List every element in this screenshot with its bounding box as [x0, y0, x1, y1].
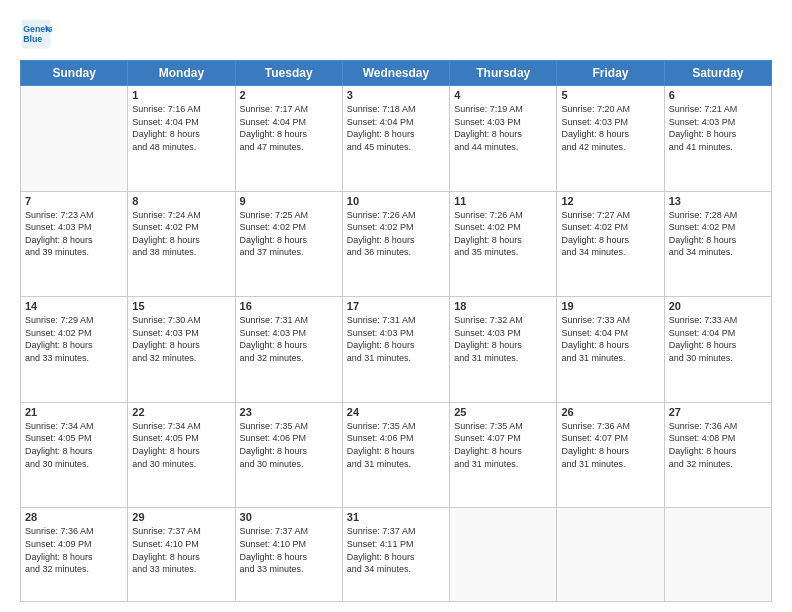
weekday-header: Tuesday — [235, 61, 342, 86]
calendar-cell: 23Sunrise: 7:35 AM Sunset: 4:06 PM Dayli… — [235, 402, 342, 508]
day-number: 23 — [240, 406, 338, 418]
calendar-cell: 10Sunrise: 7:26 AM Sunset: 4:02 PM Dayli… — [342, 191, 449, 297]
day-info: Sunrise: 7:36 AM Sunset: 4:08 PM Dayligh… — [669, 420, 767, 470]
logo-icon: General Blue — [20, 18, 52, 50]
calendar-cell: 2Sunrise: 7:17 AM Sunset: 4:04 PM Daylig… — [235, 86, 342, 192]
logo: General Blue — [20, 18, 56, 50]
day-info: Sunrise: 7:34 AM Sunset: 4:05 PM Dayligh… — [25, 420, 123, 470]
weekday-header: Saturday — [664, 61, 771, 86]
calendar: SundayMondayTuesdayWednesdayThursdayFrid… — [20, 60, 772, 602]
day-number: 31 — [347, 511, 445, 523]
calendar-cell: 27Sunrise: 7:36 AM Sunset: 4:08 PM Dayli… — [664, 402, 771, 508]
day-number: 8 — [132, 195, 230, 207]
calendar-cell: 22Sunrise: 7:34 AM Sunset: 4:05 PM Dayli… — [128, 402, 235, 508]
day-info: Sunrise: 7:23 AM Sunset: 4:03 PM Dayligh… — [25, 209, 123, 259]
week-row: 28Sunrise: 7:36 AM Sunset: 4:09 PM Dayli… — [21, 508, 772, 602]
day-number: 11 — [454, 195, 552, 207]
calendar-cell: 20Sunrise: 7:33 AM Sunset: 4:04 PM Dayli… — [664, 297, 771, 403]
weekday-header: Sunday — [21, 61, 128, 86]
week-row: 21Sunrise: 7:34 AM Sunset: 4:05 PM Dayli… — [21, 402, 772, 508]
day-number: 5 — [561, 89, 659, 101]
day-number: 14 — [25, 300, 123, 312]
calendar-cell: 16Sunrise: 7:31 AM Sunset: 4:03 PM Dayli… — [235, 297, 342, 403]
day-number: 12 — [561, 195, 659, 207]
day-info: Sunrise: 7:34 AM Sunset: 4:05 PM Dayligh… — [132, 420, 230, 470]
weekday-header: Wednesday — [342, 61, 449, 86]
calendar-cell: 7Sunrise: 7:23 AM Sunset: 4:03 PM Daylig… — [21, 191, 128, 297]
calendar-cell: 5Sunrise: 7:20 AM Sunset: 4:03 PM Daylig… — [557, 86, 664, 192]
day-info: Sunrise: 7:35 AM Sunset: 4:06 PM Dayligh… — [347, 420, 445, 470]
day-number: 21 — [25, 406, 123, 418]
day-number: 9 — [240, 195, 338, 207]
header: General Blue — [20, 18, 772, 50]
day-info: Sunrise: 7:33 AM Sunset: 4:04 PM Dayligh… — [561, 314, 659, 364]
calendar-cell: 8Sunrise: 7:24 AM Sunset: 4:02 PM Daylig… — [128, 191, 235, 297]
day-number: 7 — [25, 195, 123, 207]
day-info: Sunrise: 7:19 AM Sunset: 4:03 PM Dayligh… — [454, 103, 552, 153]
day-number: 4 — [454, 89, 552, 101]
week-row: 1Sunrise: 7:16 AM Sunset: 4:04 PM Daylig… — [21, 86, 772, 192]
day-number: 15 — [132, 300, 230, 312]
calendar-cell: 15Sunrise: 7:30 AM Sunset: 4:03 PM Dayli… — [128, 297, 235, 403]
calendar-cell: 28Sunrise: 7:36 AM Sunset: 4:09 PM Dayli… — [21, 508, 128, 602]
day-info: Sunrise: 7:27 AM Sunset: 4:02 PM Dayligh… — [561, 209, 659, 259]
day-info: Sunrise: 7:26 AM Sunset: 4:02 PM Dayligh… — [454, 209, 552, 259]
svg-text:Blue: Blue — [23, 34, 42, 44]
calendar-cell: 18Sunrise: 7:32 AM Sunset: 4:03 PM Dayli… — [450, 297, 557, 403]
day-info: Sunrise: 7:28 AM Sunset: 4:02 PM Dayligh… — [669, 209, 767, 259]
calendar-cell — [557, 508, 664, 602]
calendar-cell: 9Sunrise: 7:25 AM Sunset: 4:02 PM Daylig… — [235, 191, 342, 297]
day-info: Sunrise: 7:37 AM Sunset: 4:10 PM Dayligh… — [240, 525, 338, 575]
weekday-header: Thursday — [450, 61, 557, 86]
day-info: Sunrise: 7:31 AM Sunset: 4:03 PM Dayligh… — [347, 314, 445, 364]
calendar-cell: 13Sunrise: 7:28 AM Sunset: 4:02 PM Dayli… — [664, 191, 771, 297]
day-info: Sunrise: 7:29 AM Sunset: 4:02 PM Dayligh… — [25, 314, 123, 364]
day-number: 29 — [132, 511, 230, 523]
weekday-header: Friday — [557, 61, 664, 86]
day-number: 3 — [347, 89, 445, 101]
week-row: 7Sunrise: 7:23 AM Sunset: 4:03 PM Daylig… — [21, 191, 772, 297]
day-number: 18 — [454, 300, 552, 312]
calendar-cell: 14Sunrise: 7:29 AM Sunset: 4:02 PM Dayli… — [21, 297, 128, 403]
day-number: 1 — [132, 89, 230, 101]
day-info: Sunrise: 7:32 AM Sunset: 4:03 PM Dayligh… — [454, 314, 552, 364]
day-info: Sunrise: 7:33 AM Sunset: 4:04 PM Dayligh… — [669, 314, 767, 364]
calendar-cell: 4Sunrise: 7:19 AM Sunset: 4:03 PM Daylig… — [450, 86, 557, 192]
day-number: 16 — [240, 300, 338, 312]
day-number: 20 — [669, 300, 767, 312]
page: General Blue SundayMondayTuesdayWednesda… — [0, 0, 792, 612]
day-info: Sunrise: 7:37 AM Sunset: 4:10 PM Dayligh… — [132, 525, 230, 575]
calendar-cell: 11Sunrise: 7:26 AM Sunset: 4:02 PM Dayli… — [450, 191, 557, 297]
day-number: 27 — [669, 406, 767, 418]
weekday-header-row: SundayMondayTuesdayWednesdayThursdayFrid… — [21, 61, 772, 86]
day-info: Sunrise: 7:37 AM Sunset: 4:11 PM Dayligh… — [347, 525, 445, 575]
calendar-cell: 12Sunrise: 7:27 AM Sunset: 4:02 PM Dayli… — [557, 191, 664, 297]
calendar-cell — [664, 508, 771, 602]
day-number: 28 — [25, 511, 123, 523]
day-info: Sunrise: 7:25 AM Sunset: 4:02 PM Dayligh… — [240, 209, 338, 259]
day-info: Sunrise: 7:26 AM Sunset: 4:02 PM Dayligh… — [347, 209, 445, 259]
day-info: Sunrise: 7:35 AM Sunset: 4:07 PM Dayligh… — [454, 420, 552, 470]
day-info: Sunrise: 7:30 AM Sunset: 4:03 PM Dayligh… — [132, 314, 230, 364]
day-info: Sunrise: 7:36 AM Sunset: 4:09 PM Dayligh… — [25, 525, 123, 575]
day-number: 25 — [454, 406, 552, 418]
day-number: 17 — [347, 300, 445, 312]
day-number: 2 — [240, 89, 338, 101]
calendar-cell: 3Sunrise: 7:18 AM Sunset: 4:04 PM Daylig… — [342, 86, 449, 192]
day-info: Sunrise: 7:21 AM Sunset: 4:03 PM Dayligh… — [669, 103, 767, 153]
calendar-cell: 17Sunrise: 7:31 AM Sunset: 4:03 PM Dayli… — [342, 297, 449, 403]
calendar-cell: 21Sunrise: 7:34 AM Sunset: 4:05 PM Dayli… — [21, 402, 128, 508]
calendar-cell: 19Sunrise: 7:33 AM Sunset: 4:04 PM Dayli… — [557, 297, 664, 403]
day-info: Sunrise: 7:20 AM Sunset: 4:03 PM Dayligh… — [561, 103, 659, 153]
day-number: 22 — [132, 406, 230, 418]
day-number: 24 — [347, 406, 445, 418]
calendar-cell: 24Sunrise: 7:35 AM Sunset: 4:06 PM Dayli… — [342, 402, 449, 508]
weekday-header: Monday — [128, 61, 235, 86]
calendar-cell — [450, 508, 557, 602]
calendar-cell: 1Sunrise: 7:16 AM Sunset: 4:04 PM Daylig… — [128, 86, 235, 192]
day-info: Sunrise: 7:35 AM Sunset: 4:06 PM Dayligh… — [240, 420, 338, 470]
day-number: 10 — [347, 195, 445, 207]
day-info: Sunrise: 7:17 AM Sunset: 4:04 PM Dayligh… — [240, 103, 338, 153]
day-number: 13 — [669, 195, 767, 207]
calendar-cell: 31Sunrise: 7:37 AM Sunset: 4:11 PM Dayli… — [342, 508, 449, 602]
